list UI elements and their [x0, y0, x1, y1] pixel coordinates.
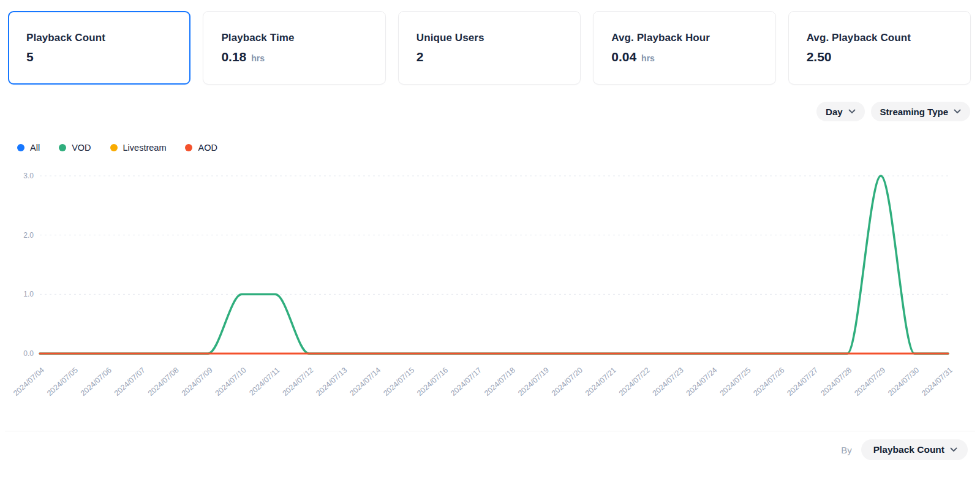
x-axis-tick-label: 2024/07/17	[449, 366, 483, 398]
footer-metric-row: By Playback Count	[841, 439, 968, 460]
x-axis-tick-label: 2024/07/07	[113, 366, 147, 398]
stat-value-row: 5	[26, 50, 173, 64]
y-axis-tick-label: 2.0	[23, 231, 34, 240]
x-axis-tick-label: 2024/07/28	[819, 366, 853, 398]
stat-value-row: 2.50	[807, 50, 953, 64]
stat-card-unit: hrs	[251, 53, 265, 63]
stat-card-title: Unique Users	[417, 32, 563, 44]
interval-dropdown[interactable]: Day	[816, 102, 865, 121]
x-axis-tick-label: 2024/07/22	[617, 366, 652, 398]
stat-card-title: Avg. Playback Count	[807, 32, 953, 44]
x-axis-tick-label: 2024/07/12	[281, 366, 315, 398]
metric-dropdown[interactable]: Playback Count	[861, 439, 968, 460]
streaming-type-dropdown-label: Streaming Type	[880, 107, 948, 117]
legend-item-aod[interactable]: AOD	[185, 143, 217, 153]
stat-card-unit: hrs	[641, 53, 655, 63]
stat-cards-row: Playback Count 5 Playback Time 0.18 hrs …	[8, 11, 971, 85]
stat-card-value: 0.18	[221, 50, 246, 64]
legend-label: Livestream	[123, 143, 167, 153]
x-axis-tick-label: 2024/07/10	[214, 366, 248, 398]
x-axis-tick-label: 2024/07/19	[516, 366, 551, 398]
x-axis-tick-label: 2024/07/29	[853, 366, 887, 398]
vod-series-line	[40, 176, 948, 354]
legend-dot-vod	[59, 144, 66, 151]
x-axis-tick-label: 2024/07/11	[247, 366, 281, 398]
x-axis-tick-label: 2024/07/31	[920, 366, 954, 398]
footer-divider	[5, 431, 975, 431]
x-axis-tick-label: 2024/07/26	[752, 366, 786, 398]
stat-value-row: 2	[417, 50, 563, 64]
legend-dot-livestream	[110, 144, 118, 151]
stat-value-row: 0.04 hrs	[611, 50, 758, 64]
stat-card-value: 2	[417, 50, 424, 64]
interval-dropdown-label: Day	[826, 107, 843, 117]
by-label: By	[841, 445, 852, 455]
chart-legend: All VOD Livestream AOD	[17, 143, 217, 153]
y-axis-tick-label: 3.0	[23, 172, 34, 180]
chart-filters-row: Day Streaming Type	[816, 102, 970, 121]
legend-label: AOD	[198, 143, 217, 153]
legend-item-all[interactable]: All	[17, 143, 40, 153]
stat-card-playback-time[interactable]: Playback Time 0.18 hrs	[203, 11, 385, 85]
stat-value-row: 0.18 hrs	[221, 50, 368, 64]
legend-label: VOD	[72, 143, 91, 153]
x-axis-tick-label: 2024/07/05	[45, 366, 80, 398]
chevron-down-icon	[950, 447, 957, 452]
x-axis-tick-label: 2024/07/15	[382, 366, 416, 398]
stat-card-value: 5	[26, 50, 34, 64]
chevron-down-icon	[954, 109, 961, 114]
stat-card-playback-count[interactable]: Playback Count 5	[8, 11, 190, 85]
x-axis-tick-label: 2024/07/30	[886, 366, 921, 398]
legend-item-livestream[interactable]: Livestream	[110, 143, 167, 153]
x-axis-tick-label: 2024/07/04	[12, 366, 46, 398]
stat-card-title: Avg. Playback Hour	[611, 32, 758, 44]
legend-dot-all	[17, 144, 24, 151]
streaming-type-dropdown[interactable]: Streaming Type	[871, 102, 970, 121]
y-axis-tick-label: 0.0	[23, 349, 34, 358]
x-axis-tick-label: 2024/07/14	[348, 366, 382, 398]
x-axis-tick-label: 2024/07/20	[550, 366, 584, 398]
y-axis-tick-label: 1.0	[23, 290, 34, 298]
stat-card-title: Playback Count	[26, 32, 173, 44]
stat-card-value: 2.50	[807, 50, 832, 64]
x-axis-tick-label: 2024/07/13	[314, 366, 349, 398]
x-axis-tick-label: 2024/07/09	[180, 366, 214, 398]
line-chart-svg: 0.01.02.03.02024/07/042024/07/052024/07/…	[0, 162, 980, 407]
x-axis-tick-label: 2024/07/06	[79, 366, 113, 398]
legend-item-vod[interactable]: VOD	[59, 143, 91, 153]
x-axis-tick-label: 2024/07/08	[146, 366, 181, 398]
x-axis-tick-label: 2024/07/21	[584, 366, 618, 398]
legend-dot-aod	[185, 144, 192, 151]
x-axis-tick-label: 2024/07/23	[651, 366, 685, 398]
stat-card-unique-users[interactable]: Unique Users 2	[398, 11, 581, 85]
x-axis-tick-label: 2024/07/18	[483, 366, 517, 398]
chevron-down-icon	[848, 109, 856, 114]
metric-dropdown-label: Playback Count	[873, 444, 944, 455]
stat-card-avg-playback-count[interactable]: Avg. Playback Count 2.50	[788, 11, 971, 85]
playback-line-chart: 0.01.02.03.02024/07/042024/07/052024/07/…	[0, 162, 980, 407]
stat-card-value: 0.04	[611, 50, 636, 64]
x-axis-tick-label: 2024/07/27	[785, 366, 820, 398]
stat-card-avg-playback-hour[interactable]: Avg. Playback Hour 0.04 hrs	[593, 11, 775, 85]
x-axis-tick-label: 2024/07/24	[685, 366, 719, 398]
legend-label: All	[30, 143, 40, 153]
x-axis-tick-label: 2024/07/25	[718, 366, 753, 398]
x-axis-tick-label: 2024/07/16	[415, 366, 450, 398]
stat-card-title: Playback Time	[221, 32, 368, 44]
